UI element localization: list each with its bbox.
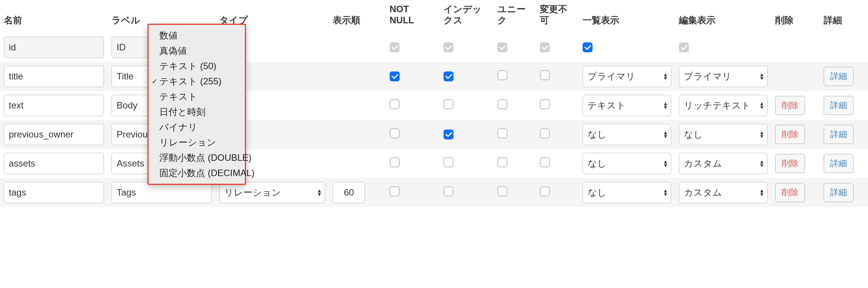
readonly-checkbox[interactable]	[540, 99, 550, 109]
list-display-checkbox[interactable]	[583, 42, 593, 52]
list-display-select[interactable]: なし▴ ▾	[583, 182, 671, 203]
name-input[interactable]	[4, 182, 104, 203]
name-input	[4, 37, 104, 58]
th-list: 一覧表示	[579, 0, 675, 33]
updown-icon: ▴ ▾	[664, 160, 667, 167]
updown-icon: ▴ ▾	[664, 189, 667, 196]
updown-icon: ▴ ▾	[664, 102, 667, 109]
th-detail: 詳細	[820, 0, 868, 33]
table-row	[0, 33, 868, 62]
not_null-checkbox[interactable]	[390, 157, 400, 167]
type-option-label: 固定小数点 (DECIMAL)	[159, 167, 254, 179]
type-option-label: バイナリ	[159, 121, 198, 133]
type-option[interactable]: バイナリ	[149, 120, 245, 135]
table-row: リレーション▴ ▾なし▴ ▾カスタム▴ ▾削除詳細	[0, 178, 868, 207]
type-option-label: 数値	[159, 29, 178, 42]
unique-checkbox[interactable]	[497, 157, 507, 167]
readonly-checkbox[interactable]	[540, 70, 550, 80]
unique-checkbox[interactable]	[497, 186, 507, 196]
th-readonly: 変更不可	[536, 0, 578, 33]
type-option[interactable]: 真偽値	[149, 43, 245, 58]
not_null-checkbox[interactable]	[390, 186, 400, 196]
index-checkbox	[444, 42, 453, 52]
list-display-select[interactable]: プライマリ▴ ▾	[583, 66, 671, 87]
updown-icon: ▴ ▾	[760, 73, 763, 80]
readonly-checkbox[interactable]	[540, 128, 550, 138]
th-unique: ユニーク	[494, 0, 536, 33]
name-input[interactable]	[4, 124, 104, 145]
readonly-checkbox[interactable]	[540, 157, 550, 167]
type-option-label: 日付と時刻	[159, 106, 206, 118]
delete-button[interactable]: 削除	[775, 125, 805, 144]
type-option[interactable]: 固定小数点 (DECIMAL)	[149, 165, 245, 181]
columns-table: 名前 ラベル タイプ 表示順 NOT NULL インデックス ユニーク 変更不可…	[0, 0, 868, 207]
name-input[interactable]	[4, 153, 104, 174]
type-option-label: テキスト	[159, 91, 198, 103]
type-option-label: リレーション	[159, 136, 216, 149]
delete-button[interactable]: 削除	[775, 183, 805, 202]
th-edit: 編集表示	[675, 0, 771, 33]
updown-icon: ▴ ▾	[318, 189, 321, 196]
edit-display-select[interactable]: カスタム▴ ▾	[679, 153, 768, 174]
th-name: 名前	[0, 0, 108, 33]
detail-button[interactable]: 詳細	[824, 183, 853, 202]
not_null-checkbox[interactable]	[390, 71, 400, 81]
type-dropdown-menu[interactable]: 数値真偽値テキスト (50)✓テキスト (255)テキスト日付と時刻バイナリリレ…	[147, 24, 246, 185]
type-option[interactable]: テキスト (50)	[149, 58, 245, 74]
list-display-select[interactable]: テキスト▴ ▾	[583, 95, 671, 116]
table-row: テキスト▴ ▾リッチテキスト▴ ▾削除詳細	[0, 91, 868, 120]
type-option[interactable]: テキスト	[149, 89, 245, 104]
type-option-label: テキスト (255)	[159, 75, 222, 87]
index-checkbox[interactable]	[444, 99, 453, 109]
delete-button[interactable]: 削除	[775, 96, 805, 115]
th-order: 表示順	[329, 0, 385, 33]
type-option[interactable]: 日付と時刻	[149, 104, 245, 120]
th-index: インデックス	[440, 0, 494, 33]
index-checkbox[interactable]	[444, 129, 453, 139]
not_null-checkbox	[390, 42, 400, 52]
updown-icon: ▴ ▾	[760, 160, 763, 167]
updown-icon: ▴ ▾	[760, 102, 763, 109]
type-option[interactable]: 数値	[149, 28, 245, 43]
detail-button[interactable]: 詳細	[824, 96, 853, 115]
check-icon: ✓	[152, 77, 157, 86]
unique-checkbox[interactable]	[497, 70, 507, 80]
index-checkbox[interactable]	[444, 71, 453, 81]
updown-icon: ▴ ▾	[760, 189, 763, 196]
unique-checkbox[interactable]	[497, 128, 507, 138]
unique-checkbox[interactable]	[497, 99, 507, 109]
updown-icon: ▴ ▾	[760, 131, 763, 138]
type-option[interactable]: ✓テキスト (255)	[149, 74, 245, 89]
delete-button[interactable]: 削除	[775, 154, 805, 173]
not_null-checkbox[interactable]	[390, 128, 400, 138]
list-display-select[interactable]: なし▴ ▾	[583, 124, 671, 145]
not_null-checkbox[interactable]	[390, 99, 400, 109]
type-option[interactable]: リレーション	[149, 135, 245, 150]
table-row: なし▴ ▾カスタム▴ ▾削除詳細	[0, 149, 868, 178]
table-row: プライマリ▴ ▾プライマリ▴ ▾詳細	[0, 62, 868, 91]
edit-display-select[interactable]: プライマリ▴ ▾	[679, 66, 768, 87]
edit-display-select[interactable]: カスタム▴ ▾	[679, 182, 768, 203]
detail-button[interactable]: 詳細	[824, 67, 853, 86]
index-checkbox[interactable]	[444, 186, 453, 196]
name-input[interactable]	[4, 66, 104, 87]
index-checkbox[interactable]	[444, 157, 453, 167]
list-display-select[interactable]: なし▴ ▾	[583, 153, 671, 174]
name-input[interactable]	[4, 95, 104, 116]
table-row: なし▴ ▾なし▴ ▾削除詳細	[0, 120, 868, 149]
type-option-label: 浮動小数点 (DOUBLE)	[159, 152, 251, 164]
updown-icon: ▴ ▾	[664, 131, 667, 138]
detail-button[interactable]: 詳細	[824, 154, 853, 173]
order-input[interactable]	[333, 182, 365, 203]
th-not-null: NOT NULL	[386, 0, 440, 33]
edit-display-select[interactable]: リッチテキスト▴ ▾	[679, 95, 768, 116]
unique-checkbox	[497, 42, 507, 52]
readonly-checkbox[interactable]	[540, 186, 550, 196]
type-option-label: 真偽値	[159, 45, 187, 57]
edit-display-checkbox	[679, 42, 689, 52]
type-option[interactable]: 浮動小数点 (DOUBLE)	[149, 150, 245, 165]
edit-display-select[interactable]: なし▴ ▾	[679, 124, 768, 145]
updown-icon: ▴ ▾	[664, 73, 667, 80]
detail-button[interactable]: 詳細	[824, 125, 853, 144]
th-delete: 削除	[771, 0, 819, 33]
